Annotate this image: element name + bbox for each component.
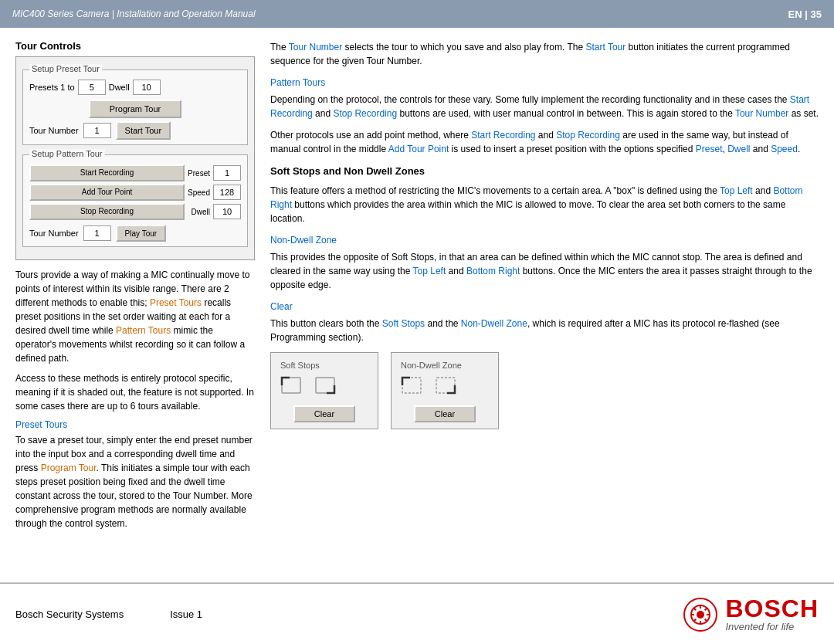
bosch-circle-icon (683, 598, 717, 632)
setup-preset-tour-label: Setup Preset Tour (29, 64, 102, 73)
tour-controls-heading: Tour Controls (15, 40, 255, 52)
tour-number-row: Tour Number Start Tour (29, 121, 241, 140)
stop-recording-link: Stop Recording (333, 108, 397, 119)
access-text: Access to these methods is entirely prot… (15, 371, 255, 413)
other-protocols-body: Other protocols use an add point method,… (270, 128, 819, 156)
header-page: EN | 35 (788, 8, 822, 20)
stops-boxes-row: Soft Stops Clear Non-Dwell (270, 352, 819, 430)
non-dwell-title: Non-Dwell Zone (270, 233, 819, 247)
start-recording-link2: Start Recording (471, 130, 535, 141)
bosch-name: BOSCH (725, 596, 819, 621)
pattern-tours-body: Depending on the protocol, the controls … (270, 93, 819, 120)
svg-line-10 (694, 608, 697, 610)
dwell-link: Dwell (727, 144, 750, 154)
footer-issue: Issue 1 (170, 608, 202, 620)
soft-stops-clear-button[interactable]: Clear (293, 405, 355, 422)
tour-number-label: Tour Number (29, 126, 79, 135)
bosch-tagline: Invented for life (725, 621, 819, 632)
non-dwell-top-left-icon[interactable] (401, 376, 429, 401)
top-left-link2: Top Left (413, 266, 446, 276)
dwell-label: Dwell (109, 83, 130, 92)
svg-line-11 (705, 619, 707, 621)
header-title: MIC400 Series Camera | Installation and … (12, 8, 256, 19)
tour-number-input[interactable] (83, 123, 111, 138)
svg-line-13 (694, 619, 697, 621)
svg-rect-0 (282, 378, 300, 393)
presets-label: Presets 1 to (29, 83, 75, 92)
tour-number-link: Tour Number (289, 42, 342, 53)
pattern-tour-bottom: Tour Number Play Tour (29, 225, 241, 242)
non-dwell-clear-button[interactable]: Clear (414, 405, 476, 422)
svg-point-5 (697, 611, 704, 619)
pattern-tours-title: Pattern Tours (270, 76, 819, 90)
left-column: Tour Controls Setup Preset Tour Presets … (15, 40, 255, 570)
pattern-tour-number-label: Tour Number (29, 229, 79, 238)
svg-line-12 (705, 608, 707, 610)
svg-rect-1 (316, 378, 334, 393)
preset-tours-body: To save a preset tour, simply enter the … (15, 433, 255, 530)
footer: Bosch Security Systems Issue 1 BOSCH Inv… (0, 583, 834, 644)
tour-controls-box: Setup Preset Tour Presets 1 to Dwell Pro… (15, 56, 255, 260)
non-dwell-bottom-right-icon[interactable] (435, 376, 463, 401)
add-tour-point-button[interactable]: Add Tour Point (29, 184, 185, 201)
setup-preset-tour-group: Setup Preset Tour Presets 1 to Dwell Pro… (22, 69, 248, 145)
pattern-tours-link: Pattern Tours (116, 325, 171, 336)
start-recording-button[interactable]: Start Recording (29, 164, 185, 181)
non-dwell-link: Non-Dwell Zone (461, 318, 527, 329)
top-left-corner-icon[interactable] (280, 376, 308, 401)
soft-stops-icons (280, 376, 368, 401)
preset-tours-section-title: Preset Tours (15, 419, 255, 430)
setup-pattern-tour-group: Setup Pattern Tour Start Recording Prese… (22, 154, 248, 247)
clear-body: This button clears both the Soft Stops a… (270, 317, 819, 344)
non-dwell-box-title: Non-Dwell Zone (401, 359, 489, 372)
dwell2-value-input[interactable] (213, 204, 241, 219)
footer-company: Bosch Security Systems (15, 608, 124, 620)
preset-label: Preset (188, 169, 210, 178)
bosch-gear-icon (689, 603, 712, 626)
tour-number-link2: Tour Number (735, 108, 788, 119)
speed-value-input[interactable] (213, 185, 241, 200)
start-tour-link: Start Tour (585, 42, 626, 53)
bosch-logo-area: BOSCH Invented for life (683, 596, 819, 632)
program-tour-link: Program Tour (41, 463, 97, 473)
svg-rect-2 (402, 378, 421, 393)
non-dwell-box: Non-Dwell Zone Clear (391, 352, 499, 430)
svg-rect-3 (436, 378, 455, 393)
non-dwell-icons (401, 376, 489, 401)
start-tour-button[interactable]: Start Tour (116, 121, 171, 140)
pattern-tour-number-input[interactable] (83, 225, 111, 241)
speed-link: Speed (771, 144, 798, 154)
preset-tours-link: Preset Tours (150, 297, 202, 308)
intro-text: Tours provide a way of making a MIC cont… (15, 268, 255, 365)
soft-stops-box-title: Soft Stops (280, 359, 368, 372)
right-intro: The Tour Number selects the tour to whic… (270, 40, 819, 68)
setup-pattern-tour-label: Setup Pattern Tour (29, 149, 105, 158)
top-left-link: Top Left (720, 185, 753, 196)
bottom-right-corner-icon[interactable] (314, 376, 342, 401)
soft-stops-box: Soft Stops Clear (270, 352, 378, 430)
soft-stops-heading: Soft Stops and Non Dwell Zones (270, 164, 819, 179)
play-tour-button[interactable]: Play Tour (116, 225, 167, 242)
soft-stops-link: Soft Stops (382, 318, 425, 329)
presets-input[interactable] (78, 80, 106, 95)
program-tour-button[interactable]: Program Tour (89, 100, 181, 118)
bosch-text-area: BOSCH Invented for life (725, 596, 819, 632)
speed-label: Speed (188, 188, 210, 197)
presets-row: Presets 1 to Dwell (29, 80, 241, 95)
main-content: Tour Controls Setup Preset Tour Presets … (0, 28, 834, 582)
stop-recording-button[interactable]: Stop Recording (29, 203, 185, 220)
dwell-input[interactable] (133, 80, 161, 95)
preset-link: Preset (696, 144, 723, 154)
stop-recording-link2: Stop Recording (556, 130, 620, 141)
non-dwell-body: This provides the opposite of Soft Stops… (270, 250, 819, 292)
dwell2-label: Dwell (188, 208, 210, 216)
clear-title: Clear (270, 300, 819, 314)
right-column: The Tour Number selects the tour to whic… (270, 40, 819, 570)
preset-value-input[interactable] (213, 165, 241, 181)
header-bar: MIC400 Series Camera | Installation and … (0, 0, 834, 28)
soft-stops-body: This feature offers a method of restrict… (270, 184, 819, 225)
footer-left: Bosch Security Systems Issue 1 (15, 608, 202, 620)
bottom-right-link2: Bottom Right (466, 266, 520, 276)
add-tour-point-link: Add Tour Point (388, 144, 449, 154)
